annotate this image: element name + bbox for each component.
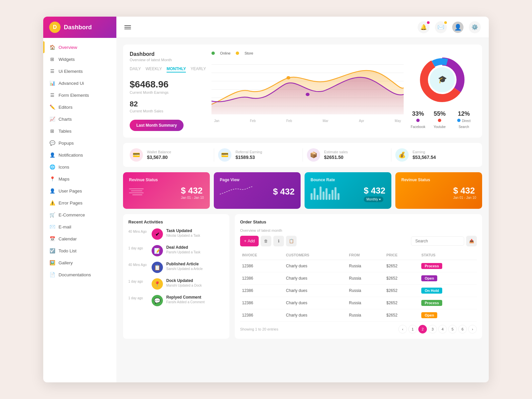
settings-button[interactable]: ⚙️ bbox=[469, 21, 481, 33]
sidebar-item-calendar[interactable]: 📅 Calendar bbox=[43, 233, 116, 245]
page-btn-4[interactable]: 4 bbox=[438, 325, 447, 333]
col-invoice: INVOICE bbox=[240, 250, 284, 260]
svg-text:🎓: 🎓 bbox=[438, 75, 447, 84]
pagination-prev[interactable]: ‹ bbox=[398, 325, 407, 333]
delete-button[interactable]: 🗑 bbox=[261, 236, 271, 246]
sidebar-item-label-popups: Popups bbox=[59, 141, 74, 146]
col-customers: CUSTOMERS bbox=[284, 250, 347, 260]
page-btn-1[interactable]: 1 bbox=[408, 325, 417, 333]
sparkline-icon-1 bbox=[220, 184, 253, 198]
icons-icon: 🌐 bbox=[49, 164, 55, 170]
activity-list: 40 Mins Ago ✔ Task Updated Nikolai Updat… bbox=[128, 228, 224, 306]
order-status: Order Status Overview of latest month + … bbox=[235, 214, 482, 339]
line-chart bbox=[211, 58, 404, 118]
activity-icon-4: 💬 bbox=[152, 295, 163, 306]
activity-time-1: 1 day ago bbox=[128, 246, 148, 250]
sidebar-item-gallery[interactable]: 🖼️ Gallery bbox=[43, 257, 116, 269]
todo-list-icon: ☑️ bbox=[49, 248, 55, 254]
stat-text-0: Wallet Balance $3,567.80 bbox=[147, 150, 171, 160]
sidebar-item-tables[interactable]: ⊞ Tables bbox=[43, 125, 116, 137]
sidebar-item-editors[interactable]: ✏️ Editors bbox=[43, 101, 116, 113]
notifications-button[interactable]: 🔔 bbox=[418, 21, 430, 33]
sidebar-item-label-documentations: Documentations bbox=[59, 272, 91, 277]
status-cell-2: On Hold bbox=[419, 285, 477, 297]
activity-text-3: Dock Updated Manshi Updated a Dock bbox=[166, 278, 202, 287]
rev-card-inner-2: $ 432 Monthly ▾ bbox=[311, 184, 385, 202]
sidebar-item-error-pages[interactable]: ⚠️ Error Pages bbox=[43, 197, 116, 209]
order-status-title: Order Status bbox=[240, 219, 477, 224]
sidebar-item-e-mail[interactable]: ✉️ E-mail bbox=[43, 221, 116, 233]
earnings-label: Current Month Earnings bbox=[130, 90, 206, 94]
page-btn-6[interactable]: 6 bbox=[458, 325, 467, 333]
notifications-icon: 👤 bbox=[49, 152, 55, 158]
last-month-summary-button[interactable]: Last Month Summary bbox=[130, 120, 184, 131]
sidebar-item-e-commerce[interactable]: 🛒 E-Commerce bbox=[43, 209, 116, 221]
notifications-badge bbox=[426, 21, 430, 25]
tab-weekly[interactable]: WEEKLY bbox=[146, 66, 162, 72]
stat-divider-1 bbox=[303, 148, 303, 162]
page-btn-3[interactable]: 3 bbox=[428, 325, 437, 333]
charts-icon: 📈 bbox=[49, 116, 55, 122]
donut-legend: 33% Facebook 55% Youtube 12% Dire bbox=[409, 110, 475, 129]
customer-cell-3: Charly dues bbox=[284, 297, 347, 309]
mail-button[interactable]: ✉️ bbox=[435, 21, 447, 33]
customer-cell-1: Charly dues bbox=[284, 272, 347, 285]
status-cell-1: Open bbox=[419, 272, 477, 285]
copy-button[interactable]: 📋 bbox=[286, 236, 297, 246]
rev-card-amount-1: $ 432 bbox=[273, 187, 295, 197]
sidebar-item-overview[interactable]: 🏠 Overview bbox=[43, 41, 116, 53]
sidebar-item-label-e-mail: E-mail bbox=[59, 224, 71, 229]
activity-text-1: Deal Added Panshi Updated a Task bbox=[166, 245, 200, 254]
sidebar-item-icons[interactable]: 🌐 Icons bbox=[43, 161, 116, 173]
activity-item-4: 1 day ago 💬 Replyed Comment Fanshi Added… bbox=[128, 295, 224, 306]
stat-text-2: Estimate sales $2651.50 bbox=[324, 150, 348, 160]
page-btn-5[interactable]: 5 bbox=[448, 325, 457, 333]
tab-yearly[interactable]: YEARLY bbox=[191, 66, 206, 72]
stat-item-3: 💰 Earning $53,567.54 bbox=[395, 148, 475, 162]
tab-daily[interactable]: DAILY bbox=[130, 66, 141, 72]
sidebar-item-label-overview: Overview bbox=[59, 45, 77, 50]
sidebar-item-charts[interactable]: 📈 Charts bbox=[43, 113, 116, 125]
ui-elements-icon: ☰ bbox=[49, 68, 55, 74]
page-btn-2[interactable]: 2 bbox=[418, 325, 427, 333]
sidebar-item-documentations[interactable]: 📄 Documentations bbox=[43, 269, 116, 281]
pagination-next[interactable]: › bbox=[468, 325, 477, 333]
search-export-button[interactable]: 📤 bbox=[466, 236, 477, 246]
add-order-button[interactable]: + Add bbox=[240, 236, 259, 246]
stat-icon-2: 📦 bbox=[307, 148, 320, 162]
price-cell-2: $2652 bbox=[384, 285, 419, 297]
sidebar-item-notifications[interactable]: 👤 Notifications bbox=[43, 149, 116, 161]
info-button[interactable]: ℹ bbox=[273, 236, 284, 246]
activity-icon-0: ✔ bbox=[152, 228, 163, 240]
sidebar-item-todo-list[interactable]: ☑️ Todo List bbox=[43, 245, 116, 257]
sidebar-item-form-elements[interactable]: ☰ Form Elements bbox=[43, 89, 116, 101]
tab-monthly[interactable]: MONTHLY bbox=[167, 66, 186, 72]
avatar[interactable]: 👤 bbox=[452, 22, 464, 33]
sidebar-item-ui-elements[interactable]: ☰ Ui Elements bbox=[43, 65, 116, 77]
chart-x-labels: Jan Feb Feb Mar Apr May bbox=[211, 119, 404, 123]
sidebar-item-advanced-ui[interactable]: 📊 Advanced Ui bbox=[43, 77, 116, 89]
sidebar-item-label-notifications: Notifications bbox=[59, 153, 83, 158]
hamburger-button[interactable] bbox=[124, 24, 131, 30]
stat-item-0: 💳 Wallet Balance $3,567.80 bbox=[130, 148, 210, 162]
status-cell-3: Process bbox=[419, 297, 477, 309]
dashboard-title: Dashbord bbox=[130, 51, 206, 57]
dashboard-tabs: DAILYWEEKLYMONTHLYYEARLY bbox=[130, 66, 206, 72]
sidebar-item-widgets[interactable]: ⊞ Widgets bbox=[43, 53, 116, 65]
order-toolbar: + Add 🗑 ℹ 📋 📤 bbox=[240, 236, 477, 246]
revenue-cards: Revinue Status $ 432 Jan 01 - Jan 10 Pag… bbox=[123, 172, 482, 209]
monthly-dropdown[interactable]: Monthly ▾ bbox=[364, 197, 383, 202]
status-badge-3: Process bbox=[421, 300, 442, 306]
online-legend-label: Online bbox=[220, 51, 231, 55]
sidebar-item-popups[interactable]: 💬 Popups bbox=[43, 137, 116, 149]
search-input[interactable] bbox=[411, 236, 464, 246]
from-cell-0: Russia bbox=[347, 260, 384, 272]
sidebar-item-label-user-pages: User Pages bbox=[59, 189, 82, 194]
stat-item-1: 💳 Referral Earning $1589.53 bbox=[218, 148, 298, 162]
invoice-cell-4: 12386 bbox=[240, 309, 284, 322]
sidebar-item-maps[interactable]: 📍 Maps bbox=[43, 173, 116, 185]
sidebar-item-user-pages[interactable]: 👤 User Pages bbox=[43, 185, 116, 197]
status-badge-0: Process bbox=[421, 263, 442, 269]
stat-icon-3: 💰 bbox=[395, 148, 409, 162]
dashboard-donut: 🎓 33% Facebook 55% Youtube bbox=[409, 51, 475, 131]
